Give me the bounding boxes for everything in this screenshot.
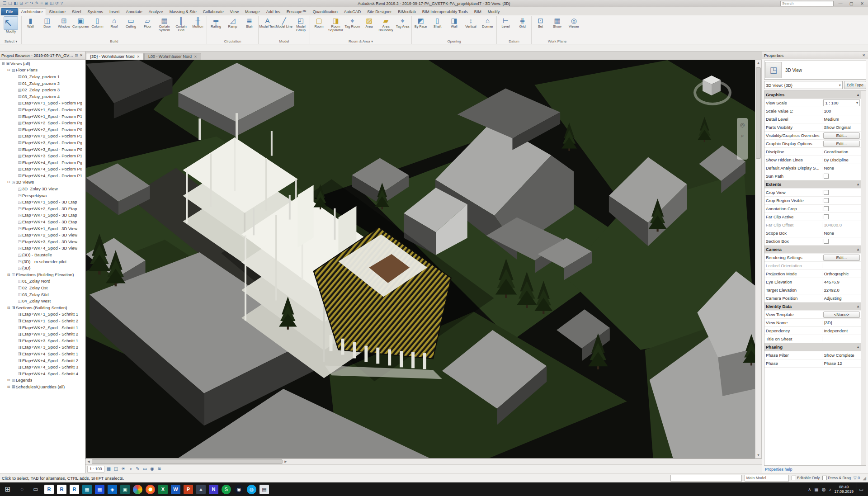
tree-item[interactable]: ◳ Etap+WK+4_Spod - 3D Etap (0, 218, 85, 225)
property-row[interactable]: View Name {3D} (764, 319, 861, 327)
ribbon-button[interactable]: ▭ Ceiling (123, 16, 139, 33)
tree-item[interactable]: ▤ 01_Zolay_poziom 2 (0, 80, 85, 87)
press-drag-checkbox[interactable]: Press & Drag (822, 476, 851, 480)
property-value[interactable]: Medium (822, 117, 861, 122)
ribbon-button[interactable]: ▱ Floor (139, 16, 156, 33)
property-row[interactable]: View Scale 1 : 100 (764, 99, 861, 107)
ribbon-tab[interactable]: AutoCAD (341, 8, 364, 15)
tray-icon[interactable]: ◍ (822, 487, 826, 492)
resize-grip[interactable]: ◢ (863, 476, 866, 481)
ribbon-tab[interactable]: BIMcollab (395, 8, 419, 15)
ribbon-button[interactable]: ╤ Railing (208, 16, 224, 33)
ribbon-button[interactable]: ◨ Room Separator (327, 16, 344, 33)
tree-item[interactable]: ⊟ ▣ Views (all) (0, 60, 85, 67)
tree-item[interactable]: ▤ Etap+WK+1_Spod - Poziom Pg (0, 100, 85, 107)
property-row[interactable]: Camera (764, 246, 861, 254)
property-row[interactable]: Rendering Settings Edit... (764, 254, 861, 262)
ribbon-tab[interactable]: Massing & Site (166, 8, 200, 15)
view-control-icon[interactable]: ▦ (105, 466, 113, 472)
property-value[interactable]: By Discipline (822, 157, 861, 162)
tree-item[interactable]: ▤ Etap+WK+2_Spod - Poziom Pg (0, 119, 85, 126)
view-tab[interactable]: L00 - Wohnhäuser Nord ✕ (144, 53, 201, 60)
tree-item[interactable]: ◳ (3D) - Baustelle (0, 251, 85, 258)
property-row[interactable]: Crop View (764, 189, 861, 197)
property-value[interactable]: Phase 12 (822, 361, 861, 366)
property-row[interactable]: Phasing (764, 343, 861, 351)
property-row[interactable]: Graphics (764, 91, 861, 99)
property-row[interactable]: Scope Box None (764, 229, 861, 237)
ribbon-button[interactable]: ⌂ Roof (106, 16, 123, 33)
property-row[interactable]: Identity Data (764, 302, 861, 311)
qat-icon[interactable]: ▢ (8, 0, 12, 6)
property-value[interactable]: Coordination (822, 149, 861, 154)
property-row[interactable]: Target Elevation 22492.8 (764, 286, 861, 294)
property-value[interactable] (822, 239, 861, 244)
ribbon-button[interactable]: A Model Text (259, 16, 276, 33)
worksets-box[interactable] (670, 475, 742, 482)
properties-header[interactable]: Properties ✕ (762, 52, 868, 59)
scrollbar-thumb[interactable] (92, 459, 283, 464)
ribbon-button[interactable]: ╫ Mullion (189, 16, 206, 33)
tree-item[interactable]: ⊟ ▤ Floor Plans (0, 67, 85, 74)
property-value[interactable]: Adjusting (822, 296, 861, 301)
taskbar-app-icon[interactable]: ▲ (196, 485, 206, 494)
close-icon[interactable]: ✕ (861, 53, 866, 57)
tree-expander-icon[interactable]: ⊟ (1, 61, 5, 66)
taskbar-app-icon[interactable]: ▦ (82, 485, 92, 494)
property-row[interactable]: Phase Phase 12 (764, 359, 861, 368)
ribbon-button[interactable]: ↖ Modify (1, 16, 21, 35)
tree-item[interactable]: ⊞ ▦ Schedules/Quantities (all) (0, 383, 85, 390)
viewport-3d[interactable]: ◎ ⌕ (85, 60, 755, 458)
ribbon-tab[interactable]: Structure (46, 8, 69, 15)
view-control-icon[interactable]: ◑ (127, 466, 134, 472)
property-row[interactable]: Title on Sheet (764, 335, 861, 343)
view-tab-close-icon[interactable]: ✕ (194, 55, 197, 59)
properties-help-link[interactable]: Properties help (762, 466, 868, 473)
tree-item[interactable]: ▤ Etap+WK+3_Spod - Poziom P0 (0, 146, 85, 153)
taskbar-app-icon[interactable]: X (158, 485, 168, 494)
property-row[interactable]: View Template <None> (764, 311, 861, 319)
ribbon-button[interactable]: ◎ Viewer (566, 16, 582, 33)
tree-item[interactable]: ◫ 02_Zolay Ost (0, 284, 85, 291)
qat-icon[interactable]: ◫ (50, 0, 54, 6)
qat-icon[interactable]: ⌗ (40, 0, 42, 6)
tree-expander-icon[interactable]: ⊟ (6, 273, 11, 277)
property-row[interactable]: Far Clip Offset 304800.0 (764, 221, 861, 229)
view-control-icon[interactable]: ☀ (120, 466, 127, 472)
property-value[interactable]: Independent (822, 328, 861, 333)
tree-item[interactable]: ◨ Etap+WK+4_Spod - Schnitt 2 (0, 357, 85, 364)
ribbon-button[interactable]: ⋕ Grid (514, 16, 531, 33)
view-tab-close-icon[interactable]: ✕ (137, 55, 140, 59)
property-row[interactable]: Default Analysis Display S... None (764, 164, 861, 172)
view-control-icon[interactable]: ▭ (142, 466, 149, 472)
property-value[interactable]: 304800.0 (822, 222, 861, 227)
property-row[interactable]: Show Hidden Lines By Discipline (764, 156, 861, 164)
ribbon-button[interactable]: ≣ Stair (241, 16, 258, 33)
taskbar-app-icon[interactable]: W (171, 485, 180, 494)
close-button[interactable]: ✕ (858, 1, 866, 6)
tree-item[interactable]: ▤ 00_Zolay_poziom 1 (0, 73, 85, 80)
property-value[interactable]: Edit... (823, 132, 860, 139)
ribbon-button[interactable]: ▯ Shaft (429, 16, 446, 33)
property-row[interactable]: Camera Position Adjusting (764, 294, 861, 302)
tree-item[interactable]: ◨ Etap+WK+3_Spod - Schnitt 2 (0, 344, 85, 351)
ribbon-button[interactable]: ◩ By Face (412, 16, 429, 33)
property-row[interactable]: Extents (764, 180, 861, 189)
tree-item[interactable]: ▤ Etap+WK+4_Spod - Poziom P1 (0, 172, 85, 179)
ribbon-button[interactable]: ▮ Wall (22, 16, 39, 33)
property-value[interactable]: Edit... (823, 255, 860, 261)
view-control-icon[interactable]: ✎ (134, 466, 142, 472)
ribbon-tab[interactable]: Modify (485, 8, 503, 15)
tree-item[interactable]: ▤ Etap+WK+3_Spod - Poziom Pg (0, 139, 85, 146)
taskbar-app-icon[interactable]: ◉ (234, 485, 244, 494)
property-value[interactable]: Show Complete (822, 353, 861, 358)
ribbon-tab[interactable]: Manage (242, 8, 263, 15)
view-control-icon[interactable]: ◳ (113, 466, 120, 472)
tree-item[interactable]: ⊞ ▥ Legends (0, 377, 85, 384)
zoom-icon[interactable]: ⌕ (741, 132, 744, 139)
property-row[interactable]: Projection Mode Orthographic (764, 270, 861, 278)
taskbar-app-icon[interactable]: R (44, 485, 54, 494)
scroll-down-icon[interactable]: ▼ (757, 453, 760, 458)
property-row[interactable]: Dependency Independent (764, 327, 861, 335)
edit-type-button[interactable]: Edit Type (844, 81, 866, 89)
